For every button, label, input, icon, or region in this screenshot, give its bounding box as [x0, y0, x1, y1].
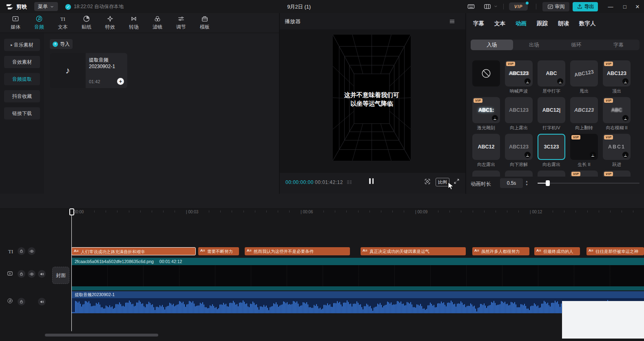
properties-tab-字幕[interactable]: 字幕: [473, 20, 484, 27]
fullscreen-icon[interactable]: [454, 178, 460, 184]
properties-tab-数字人[interactable]: 数字人: [579, 20, 596, 27]
animation-preset-呐喊声波[interactable]: VIPABC123↓: [505, 60, 533, 86]
properties-tab-跟踪[interactable]: 跟踪: [537, 20, 548, 27]
window-close-button[interactable]: ✕: [633, 2, 642, 11]
sidebar-item-5[interactable]: 链接下载: [4, 107, 40, 120]
sidebar-item-3[interactable]: 音频提取: [4, 73, 40, 85]
vip-tag: VIP: [571, 172, 580, 176]
cover-button[interactable]: 封面: [52, 267, 69, 284]
animation-preset-向左露出[interactable]: ABC12: [472, 134, 500, 160]
animation-preset-tile-19[interactable]: VIP: [570, 170, 598, 177]
timeline-ruler[interactable]: | 00:00| 00:03| 00:06| 00:09| 00:12: [0, 208, 644, 216]
text-segment-1[interactable]: A≡人们常说成功之路充满曲折和艰辛: [71, 247, 196, 255]
text-segment-3[interactable]: A≡然而我认为这些并不是必要条件: [245, 247, 350, 255]
video-track-visibility-icon[interactable]: [28, 270, 35, 278]
preview-quality-icon[interactable]: [424, 178, 431, 185]
animation-preset-tile-18[interactable]: [538, 170, 565, 177]
export-button[interactable]: 导出: [573, 2, 598, 11]
video-track-mute-icon[interactable]: [38, 270, 46, 278]
audio-track-lock-icon[interactable]: [18, 298, 25, 306]
media-tab-transition[interactable]: 转场: [122, 13, 146, 33]
sidebar-item-2[interactable]: 音效素材: [4, 56, 40, 68]
player-menu-icon[interactable]: [449, 18, 456, 25]
animation-preset-激光雕刻[interactable]: VIPABC1:↓: [472, 97, 500, 123]
window-maximize-button[interactable]: □: [620, 2, 630, 11]
properties-tab-朗读[interactable]: 朗读: [558, 20, 569, 27]
timeline-horizontal-scrollbar[interactable]: [45, 334, 158, 337]
pause-button[interactable]: [369, 178, 375, 184]
layout-icon[interactable]: [484, 3, 491, 10]
audio-asset-card[interactable]: ♪ 提取音频 20230902-1 01:42 +: [50, 53, 127, 88]
text-segment-7[interactable]: A≡往往是那些被幸运之神: [586, 247, 644, 255]
animation-subtab-循环[interactable]: 循环: [555, 40, 598, 50]
animation-preset-tile-20[interactable]: VIP: [603, 170, 631, 177]
duration-stepper[interactable]: ▲ ▼: [525, 178, 528, 188]
text-segment-5[interactable]: A≡虽然许多人都很努力: [472, 247, 529, 255]
text-segment-4[interactable]: A≡真正决定成功的关键因素是运气: [361, 247, 466, 255]
ruler-tick: [358, 210, 359, 213]
video-track[interactable]: 2fcaacb5a061b4a502dfe1208635c6d.png 00:0…: [71, 258, 644, 290]
animation-preset-生长 II[interactable]: VIP↓: [570, 134, 598, 160]
animation-subtab-字幕[interactable]: 字幕: [598, 40, 640, 50]
animation-preset-向下溶解[interactable]: ABC123↓: [505, 134, 533, 160]
sidebar-item-4[interactable]: 抖音收藏: [4, 90, 40, 102]
add-to-timeline-button[interactable]: +: [117, 78, 124, 85]
video-clip-filename: 2fcaacb5a061b4a502dfe1208635c6d.png: [75, 259, 154, 264]
review-button[interactable]: 审阅: [542, 2, 569, 11]
animation-preset-tile-17[interactable]: [505, 170, 533, 177]
effects-icon: [106, 15, 114, 22]
layout-chevron-icon[interactable]: [494, 4, 498, 9]
properties-tab-动画[interactable]: 动画: [516, 20, 527, 27]
media-tab-text[interactable]: TI文本: [51, 13, 75, 33]
media-tab-sticker[interactable]: 贴纸: [75, 13, 98, 33]
no-animation-icon: [481, 68, 491, 79]
shortcut-keyboard-icon[interactable]: [467, 3, 475, 10]
animation-preset-向上露出[interactable]: ABC123: [505, 97, 533, 123]
duration-slider-track[interactable]: [538, 183, 640, 184]
audio-track[interactable]: 提取音频20230902-1: [71, 291, 644, 313]
aspect-ratio-button[interactable]: 比例: [436, 178, 449, 186]
text-segment-2[interactable]: A≡需要不断努力: [198, 247, 239, 255]
media-tab-audio[interactable]: 音频: [27, 13, 51, 33]
render-queue-icon[interactable]: [346, 179, 353, 186]
menu-button[interactable]: 菜单: [34, 2, 58, 11]
animation-subtab-出场[interactable]: 出场: [513, 40, 555, 50]
media-tab-media[interactable]: 媒体: [4, 13, 27, 33]
animation-preset-向右模糊 II[interactable]: VIPABC↓: [603, 97, 631, 123]
preset-label: 呐喊声波: [502, 88, 535, 94]
audio-track-mute-icon[interactable]: [38, 298, 46, 306]
animation-preset-顶出[interactable]: VIPABC123↓: [603, 60, 631, 86]
media-tab-filter[interactable]: 滤镜: [146, 13, 169, 33]
animation-preset-tile-1[interactable]: [472, 60, 500, 86]
media-tab-adjust[interactable]: 调节: [169, 13, 193, 33]
video-track-icon: [7, 270, 13, 277]
animation-preset-tile-16[interactable]: [472, 170, 500, 177]
properties-tab-文本[interactable]: 文本: [494, 20, 505, 27]
animation-preset-向右露出[interactable]: 3C123: [538, 134, 565, 160]
sidebar-item-1[interactable]: ▸音乐素材: [4, 39, 40, 51]
import-button[interactable]: + 导入: [50, 39, 73, 49]
video-track-lock-icon[interactable]: [18, 270, 25, 278]
animation-duration-value[interactable]: 0.5s: [500, 178, 523, 188]
playhead-handle[interactable]: [69, 208, 74, 215]
audio-clip-header: 提取音频20230902-1: [71, 291, 644, 298]
window-minimize-button[interactable]: —: [606, 2, 615, 11]
animation-preset-甩出[interactable]: ABC123: [570, 60, 598, 86]
media-tab-effects[interactable]: 特效: [98, 13, 122, 33]
text-segment-6[interactable]: A≡但最终成功的人: [534, 247, 580, 255]
ruler-tick: [427, 210, 427, 213]
animation-preset-打字机IV[interactable]: ABC12|: [538, 97, 565, 123]
animation-preset-向上翻转[interactable]: ABC123: [570, 97, 598, 123]
media-tab-template[interactable]: 模板: [193, 13, 217, 33]
audio-clip-name: 提取音频20230902-1: [75, 292, 115, 298]
text-track-visibility-icon[interactable]: [28, 247, 35, 255]
ruler-tick: [278, 210, 278, 213]
animation-preset-跃进[interactable]: VIPABC1↓: [603, 134, 631, 160]
vip-badge[interactable]: VIP: [509, 2, 528, 11]
text-track-lock-icon[interactable]: [18, 247, 25, 255]
animation-preset-居中打字[interactable]: ABC↓: [538, 60, 565, 86]
vip-tag: VIP: [604, 172, 613, 176]
animation-subtab-入场[interactable]: 入场: [471, 40, 513, 50]
duration-slider-handle[interactable]: [546, 180, 550, 186]
preset-label: 打字机IV: [535, 125, 568, 131]
